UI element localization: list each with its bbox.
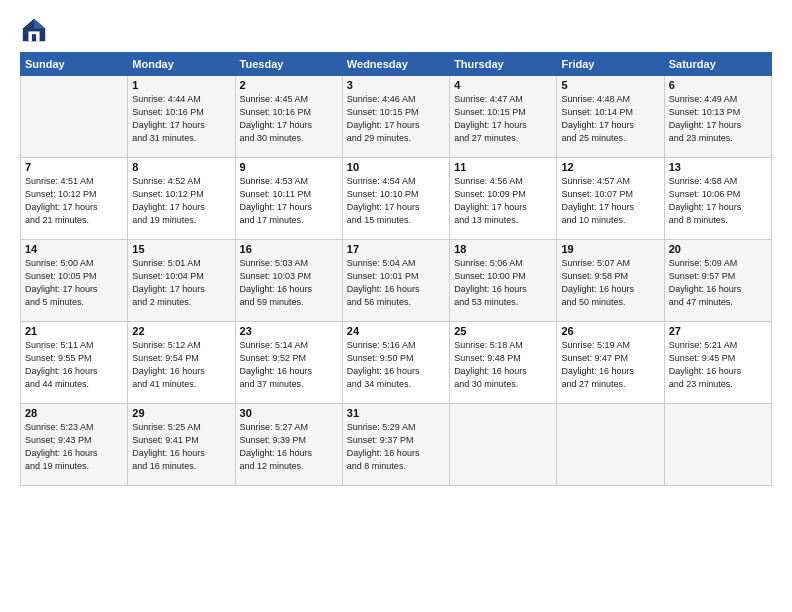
header-day-tuesday: Tuesday <box>235 53 342 76</box>
day-cell: 19Sunrise: 5:07 AM Sunset: 9:58 PM Dayli… <box>557 240 664 322</box>
day-cell: 6Sunrise: 4:49 AM Sunset: 10:13 PM Dayli… <box>664 76 771 158</box>
day-number: 6 <box>669 79 767 91</box>
day-info: Sunrise: 5:06 AM Sunset: 10:00 PM Daylig… <box>454 257 552 309</box>
day-number: 30 <box>240 407 338 419</box>
calendar-table: SundayMondayTuesdayWednesdayThursdayFrid… <box>20 52 772 486</box>
day-info: Sunrise: 5:04 AM Sunset: 10:01 PM Daylig… <box>347 257 445 309</box>
day-info: Sunrise: 5:21 AM Sunset: 9:45 PM Dayligh… <box>669 339 767 391</box>
day-number: 11 <box>454 161 552 173</box>
day-number: 25 <box>454 325 552 337</box>
week-row-3: 21Sunrise: 5:11 AM Sunset: 9:55 PM Dayli… <box>21 322 772 404</box>
header-day-sunday: Sunday <box>21 53 128 76</box>
day-cell: 27Sunrise: 5:21 AM Sunset: 9:45 PM Dayli… <box>664 322 771 404</box>
day-info: Sunrise: 4:56 AM Sunset: 10:09 PM Daylig… <box>454 175 552 227</box>
header-day-saturday: Saturday <box>664 53 771 76</box>
day-cell <box>21 76 128 158</box>
day-number: 28 <box>25 407 123 419</box>
day-cell: 4Sunrise: 4:47 AM Sunset: 10:15 PM Dayli… <box>450 76 557 158</box>
day-cell: 26Sunrise: 5:19 AM Sunset: 9:47 PM Dayli… <box>557 322 664 404</box>
day-info: Sunrise: 4:48 AM Sunset: 10:14 PM Daylig… <box>561 93 659 145</box>
day-number: 13 <box>669 161 767 173</box>
day-info: Sunrise: 4:44 AM Sunset: 10:16 PM Daylig… <box>132 93 230 145</box>
day-number: 4 <box>454 79 552 91</box>
day-number: 24 <box>347 325 445 337</box>
day-cell: 21Sunrise: 5:11 AM Sunset: 9:55 PM Dayli… <box>21 322 128 404</box>
day-info: Sunrise: 4:57 AM Sunset: 10:07 PM Daylig… <box>561 175 659 227</box>
day-info: Sunrise: 5:07 AM Sunset: 9:58 PM Dayligh… <box>561 257 659 309</box>
day-info: Sunrise: 5:27 AM Sunset: 9:39 PM Dayligh… <box>240 421 338 473</box>
day-cell: 30Sunrise: 5:27 AM Sunset: 9:39 PM Dayli… <box>235 404 342 486</box>
day-info: Sunrise: 5:00 AM Sunset: 10:05 PM Daylig… <box>25 257 123 309</box>
day-info: Sunrise: 5:19 AM Sunset: 9:47 PM Dayligh… <box>561 339 659 391</box>
day-cell: 18Sunrise: 5:06 AM Sunset: 10:00 PM Dayl… <box>450 240 557 322</box>
day-number: 12 <box>561 161 659 173</box>
header-day-friday: Friday <box>557 53 664 76</box>
day-number: 8 <box>132 161 230 173</box>
day-cell: 14Sunrise: 5:00 AM Sunset: 10:05 PM Dayl… <box>21 240 128 322</box>
day-cell: 2Sunrise: 4:45 AM Sunset: 10:16 PM Dayli… <box>235 76 342 158</box>
day-cell: 11Sunrise: 4:56 AM Sunset: 10:09 PM Dayl… <box>450 158 557 240</box>
day-info: Sunrise: 4:58 AM Sunset: 10:06 PM Daylig… <box>669 175 767 227</box>
logo-icon <box>20 16 48 44</box>
day-cell <box>664 404 771 486</box>
day-number: 29 <box>132 407 230 419</box>
day-number: 21 <box>25 325 123 337</box>
header-day-wednesday: Wednesday <box>342 53 449 76</box>
day-number: 26 <box>561 325 659 337</box>
day-cell: 10Sunrise: 4:54 AM Sunset: 10:10 PM Dayl… <box>342 158 449 240</box>
header-day-thursday: Thursday <box>450 53 557 76</box>
header-row: SundayMondayTuesdayWednesdayThursdayFrid… <box>21 53 772 76</box>
week-row-2: 14Sunrise: 5:00 AM Sunset: 10:05 PM Dayl… <box>21 240 772 322</box>
day-number: 18 <box>454 243 552 255</box>
day-cell: 12Sunrise: 4:57 AM Sunset: 10:07 PM Dayl… <box>557 158 664 240</box>
day-info: Sunrise: 5:09 AM Sunset: 9:57 PM Dayligh… <box>669 257 767 309</box>
day-cell: 24Sunrise: 5:16 AM Sunset: 9:50 PM Dayli… <box>342 322 449 404</box>
day-number: 10 <box>347 161 445 173</box>
svg-rect-4 <box>32 34 36 41</box>
day-info: Sunrise: 4:49 AM Sunset: 10:13 PM Daylig… <box>669 93 767 145</box>
day-info: Sunrise: 4:47 AM Sunset: 10:15 PM Daylig… <box>454 93 552 145</box>
day-number: 5 <box>561 79 659 91</box>
day-info: Sunrise: 4:45 AM Sunset: 10:16 PM Daylig… <box>240 93 338 145</box>
day-cell: 8Sunrise: 4:52 AM Sunset: 10:12 PM Dayli… <box>128 158 235 240</box>
day-cell: 3Sunrise: 4:46 AM Sunset: 10:15 PM Dayli… <box>342 76 449 158</box>
day-cell: 15Sunrise: 5:01 AM Sunset: 10:04 PM Dayl… <box>128 240 235 322</box>
week-row-1: 7Sunrise: 4:51 AM Sunset: 10:12 PM Dayli… <box>21 158 772 240</box>
day-cell: 25Sunrise: 5:18 AM Sunset: 9:48 PM Dayli… <box>450 322 557 404</box>
day-number: 3 <box>347 79 445 91</box>
day-number: 17 <box>347 243 445 255</box>
day-info: Sunrise: 5:14 AM Sunset: 9:52 PM Dayligh… <box>240 339 338 391</box>
day-info: Sunrise: 5:25 AM Sunset: 9:41 PM Dayligh… <box>132 421 230 473</box>
header <box>20 16 772 44</box>
day-number: 2 <box>240 79 338 91</box>
day-number: 31 <box>347 407 445 419</box>
day-info: Sunrise: 5:03 AM Sunset: 10:03 PM Daylig… <box>240 257 338 309</box>
day-cell: 5Sunrise: 4:48 AM Sunset: 10:14 PM Dayli… <box>557 76 664 158</box>
day-info: Sunrise: 4:46 AM Sunset: 10:15 PM Daylig… <box>347 93 445 145</box>
day-info: Sunrise: 5:11 AM Sunset: 9:55 PM Dayligh… <box>25 339 123 391</box>
logo <box>20 16 50 44</box>
day-info: Sunrise: 5:18 AM Sunset: 9:48 PM Dayligh… <box>454 339 552 391</box>
day-info: Sunrise: 4:53 AM Sunset: 10:11 PM Daylig… <box>240 175 338 227</box>
day-cell: 13Sunrise: 4:58 AM Sunset: 10:06 PM Dayl… <box>664 158 771 240</box>
day-cell: 9Sunrise: 4:53 AM Sunset: 10:11 PM Dayli… <box>235 158 342 240</box>
day-number: 19 <box>561 243 659 255</box>
day-cell: 16Sunrise: 5:03 AM Sunset: 10:03 PM Dayl… <box>235 240 342 322</box>
day-number: 16 <box>240 243 338 255</box>
day-info: Sunrise: 4:54 AM Sunset: 10:10 PM Daylig… <box>347 175 445 227</box>
day-cell: 29Sunrise: 5:25 AM Sunset: 9:41 PM Dayli… <box>128 404 235 486</box>
day-info: Sunrise: 5:16 AM Sunset: 9:50 PM Dayligh… <box>347 339 445 391</box>
week-row-4: 28Sunrise: 5:23 AM Sunset: 9:43 PM Dayli… <box>21 404 772 486</box>
day-cell: 31Sunrise: 5:29 AM Sunset: 9:37 PM Dayli… <box>342 404 449 486</box>
day-info: Sunrise: 4:52 AM Sunset: 10:12 PM Daylig… <box>132 175 230 227</box>
day-number: 20 <box>669 243 767 255</box>
day-cell <box>557 404 664 486</box>
day-number: 9 <box>240 161 338 173</box>
day-cell: 17Sunrise: 5:04 AM Sunset: 10:01 PM Dayl… <box>342 240 449 322</box>
day-info: Sunrise: 5:29 AM Sunset: 9:37 PM Dayligh… <box>347 421 445 473</box>
day-info: Sunrise: 5:12 AM Sunset: 9:54 PM Dayligh… <box>132 339 230 391</box>
day-info: Sunrise: 4:51 AM Sunset: 10:12 PM Daylig… <box>25 175 123 227</box>
day-number: 14 <box>25 243 123 255</box>
day-info: Sunrise: 5:23 AM Sunset: 9:43 PM Dayligh… <box>25 421 123 473</box>
day-number: 22 <box>132 325 230 337</box>
